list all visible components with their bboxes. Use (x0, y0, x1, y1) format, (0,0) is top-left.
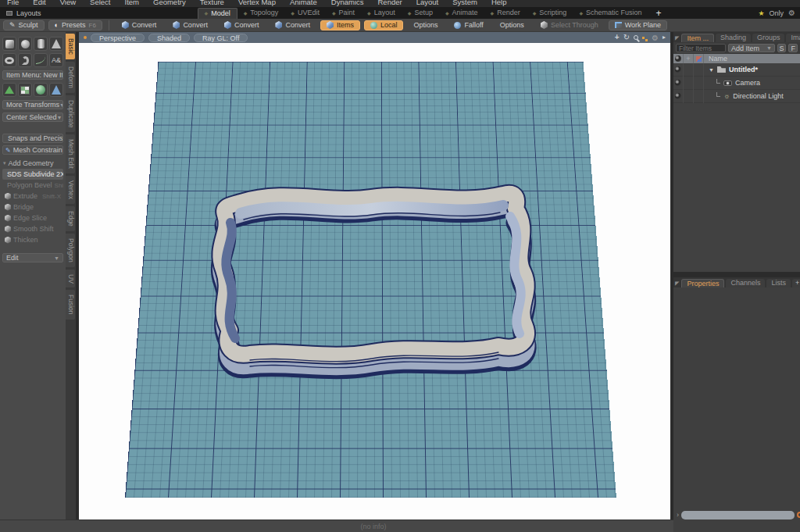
layout-tab-paint[interactable]: ◆Paint (326, 8, 361, 18)
tool-extrude[interactable]: ExtrudeShift-X (2, 191, 63, 202)
menu-layout[interactable]: Layout (409, 0, 446, 7)
sidebar-tab-duplicate[interactable]: Duplicate (66, 95, 75, 132)
item-menu-dropdown[interactable]: Item Menu: New Item▼ (2, 70, 63, 80)
more-transforms-dropdown[interactable]: More Transforms▼ (2, 100, 63, 109)
raygl-button[interactable]: Ray GL: Off (194, 34, 248, 42)
eye-icon[interactable] (675, 66, 681, 73)
primitive-sphere-button[interactable] (18, 37, 32, 51)
only-toggle[interactable]: Only (770, 9, 784, 17)
convert-button-4[interactable]: Convert (269, 20, 316, 30)
sidebar-tab-mesh-edit[interactable]: Mesh Edit (66, 134, 75, 173)
snaps-precision-button[interactable]: Snaps and Precision (2, 134, 63, 143)
layout-tab-uvedit[interactable]: ◆UVEdit (284, 8, 326, 18)
layout-tab-scripting[interactable]: ◆Scripting (527, 8, 573, 18)
menu-select[interactable]: Select (83, 0, 117, 7)
center-selected-dropdown[interactable]: Center Selected▼ (2, 112, 63, 122)
gear-icon[interactable]: ⚙ (788, 9, 795, 17)
tool-thicken[interactable]: Thicken (2, 234, 63, 245)
tab-groups[interactable]: Groups (752, 34, 785, 42)
sidebar-tab-basic[interactable]: Basic (66, 34, 75, 59)
falloff-button[interactable]: Falloff (448, 20, 489, 30)
work-plane-button[interactable]: Work Plane (609, 20, 667, 30)
panel-corner-icon[interactable]: ◤ (675, 280, 679, 287)
view-type-button[interactable]: Perspective (91, 34, 145, 42)
rotate-icon[interactable]: ↻ (623, 34, 630, 41)
menu-view[interactable]: View (53, 0, 83, 7)
sculpt-button[interactable]: ✎Sculpt (3, 20, 45, 30)
sidebar-tab-vertex[interactable]: Vertex (66, 176, 75, 204)
add-panel-tab-button[interactable]: + (792, 279, 800, 287)
layouts-menu[interactable]: Layouts (16, 9, 41, 17)
filter-button[interactable]: F (788, 44, 798, 52)
add-item-dropdown[interactable]: Add Item▼ (728, 44, 775, 52)
convert-button-1[interactable]: Convert (116, 20, 163, 30)
item-list-empty-area[interactable] (673, 103, 800, 272)
layout-tab-render[interactable]: ◆Render (484, 8, 527, 18)
menu-system[interactable]: System (445, 0, 484, 7)
curve-tool-button[interactable] (34, 53, 48, 67)
convert-button-3[interactable]: Convert (218, 20, 266, 30)
tool-bridge[interactable]: Bridge (2, 202, 63, 212)
pivot-tool-button[interactable] (2, 83, 16, 97)
item-row-camera[interactable]: Camera (673, 77, 800, 90)
sidebar-tab-deform[interactable]: Deform (66, 62, 75, 93)
add-geometry-section[interactable]: ▾Add Geometry (3, 159, 63, 167)
command-input[interactable] (681, 511, 795, 520)
sidebar-tab-edge[interactable]: Edge (66, 206, 75, 231)
sidebar-tab-uv[interactable]: UV (66, 270, 75, 288)
primitive-cylinder-button[interactable] (34, 37, 48, 51)
tab-shading[interactable]: Shading (716, 34, 751, 42)
menu-animate[interactable]: Animate (283, 0, 324, 7)
mesh-constraints-button[interactable]: ✎Mesh Constraints (2, 145, 63, 155)
add-layout-tab-button[interactable]: + (648, 8, 670, 19)
options-button-2[interactable]: Options (494, 20, 530, 30)
expand-arrow-icon[interactable]: ▸ (662, 34, 666, 41)
layout-tab-schematic-fusion[interactable]: ◆Schematic Fusion (573, 8, 648, 18)
zoom-icon[interactable] (634, 35, 638, 40)
select-through-button[interactable]: Select Through (534, 20, 605, 30)
item-row-directional-light[interactable]: ☼Directional Light (673, 90, 800, 103)
tab-images[interactable]: Images (786, 34, 800, 42)
menu-vertex-map[interactable]: Vertex Map (231, 0, 283, 7)
pan-icon[interactable]: + (615, 34, 620, 41)
layout-tab-topology[interactable]: ◆Topology (238, 8, 285, 18)
viewport-gear-icon[interactable]: ⚙ (652, 34, 659, 42)
material-button[interactable] (34, 83, 48, 97)
shading-mode-button[interactable]: Shaded (148, 34, 190, 42)
filter-items-input[interactable] (676, 44, 726, 52)
layout-tab-animate[interactable]: ◆Animate (439, 8, 484, 18)
tab-properties[interactable]: Properties (681, 279, 724, 287)
layout-tab-model[interactable]: ◆Model (198, 8, 238, 19)
menu-file[interactable]: File (0, 0, 26, 7)
menu-dynamics[interactable]: Dynamics (324, 0, 371, 7)
primitive-torus-button[interactable] (2, 53, 16, 67)
viewport-3d[interactable]: Perspective Shaded Ray GL: Off + ↻ ⚙ ▸ (79, 32, 670, 520)
menu-render[interactable]: Render (371, 0, 409, 7)
primitive-cone-button[interactable] (49, 37, 63, 51)
link-icon[interactable] (642, 37, 645, 39)
eye-icon[interactable] (675, 93, 681, 99)
local-axis-button[interactable]: Local (364, 20, 404, 30)
primitive-ear-button[interactable] (18, 53, 32, 67)
menu-help[interactable]: Help (484, 0, 514, 7)
items-mode-button[interactable]: Items (320, 20, 360, 30)
disclosure-triangle-icon[interactable]: ▼ (709, 67, 714, 73)
eye-icon[interactable] (675, 80, 681, 86)
solo-button[interactable]: S (777, 44, 787, 52)
uv-cone-button[interactable] (49, 83, 63, 97)
cookie-cutter-mesh[interactable] (200, 176, 548, 383)
menu-texture[interactable]: Texture (193, 0, 231, 7)
layout-tab-layout[interactable]: ◆Layout (361, 8, 402, 18)
sidebar-tab-fusion[interactable]: Fusion (66, 290, 75, 320)
panel-splitter[interactable] (673, 272, 800, 277)
tab-lists[interactable]: Lists (766, 279, 791, 287)
convert-button-2[interactable]: Convert (166, 20, 214, 30)
layout-tab-setup[interactable]: ◆Setup (402, 8, 439, 18)
tool-sds-subdivide[interactable]: SDS Subdivide 2X (2, 169, 63, 180)
viewport-canvas[interactable] (79, 43, 670, 520)
item-row-scene[interactable]: ▼Untitled* (673, 63, 800, 77)
tool-polygon-bevel[interactable]: Polygon BevelShift-B (2, 180, 63, 191)
sidebar-tab-polygon[interactable]: Polygon (66, 234, 75, 267)
tool-edge-slice[interactable]: Edge Slice (2, 212, 63, 223)
panel-corner-icon[interactable]: ◤ (675, 35, 679, 41)
